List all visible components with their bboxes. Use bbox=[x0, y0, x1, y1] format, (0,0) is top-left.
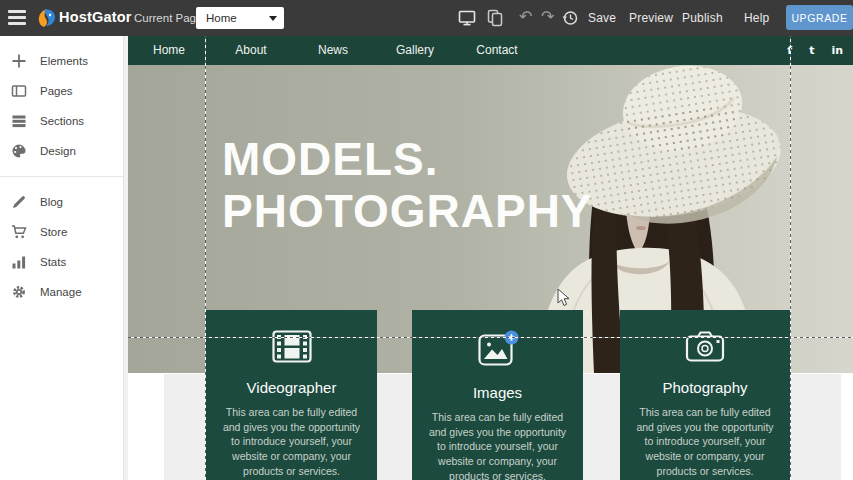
page-select-value: Home bbox=[206, 12, 237, 24]
sidebar-item-pages[interactable]: Pages bbox=[0, 76, 128, 106]
sections-icon bbox=[10, 113, 27, 130]
history-icon[interactable] bbox=[562, 10, 578, 26]
mobile-view-icon[interactable] bbox=[486, 9, 504, 27]
hero-title[interactable]: MODELS. PHOTOGRAPHY bbox=[222, 133, 593, 237]
film-icon bbox=[272, 330, 312, 363]
image-add-icon bbox=[476, 330, 520, 368]
card-title: Videographer bbox=[206, 379, 377, 396]
edit-guide-right bbox=[790, 36, 791, 480]
desktop-view-icon[interactable] bbox=[458, 9, 476, 27]
current-page-label: Current Page: bbox=[134, 12, 206, 24]
sidebar-divider bbox=[0, 176, 128, 177]
cart-icon bbox=[10, 224, 27, 241]
page-icon bbox=[10, 83, 27, 100]
linkedin-icon[interactable]: in bbox=[831, 44, 843, 57]
preview-button[interactable]: Preview bbox=[629, 11, 673, 25]
service-card-photography[interactable]: Photography This area can be fully edite… bbox=[620, 310, 790, 480]
sidebar-item-store[interactable]: Store bbox=[0, 217, 128, 247]
service-card-videographer[interactable]: Videographer This area can be fully edit… bbox=[206, 310, 377, 480]
camera-icon bbox=[683, 330, 727, 363]
section-boundary-guide bbox=[128, 337, 853, 338]
brand-name: HostGator bbox=[59, 9, 132, 25]
site-navbar: Home About News Gallery Contact f t in bbox=[128, 36, 853, 65]
edit-guide-left bbox=[205, 36, 206, 480]
twitter-icon[interactable]: t bbox=[809, 44, 814, 57]
undo-icon[interactable]: ↶ bbox=[519, 7, 532, 26]
nav-item-news[interactable]: News bbox=[292, 36, 374, 65]
sidebar-scrollbar[interactable] bbox=[123, 36, 128, 480]
sidebar-item-elements[interactable]: Elements bbox=[0, 46, 128, 76]
menu-icon[interactable] bbox=[8, 10, 26, 26]
hostgator-logo-icon bbox=[36, 7, 56, 29]
sidebar-item-sections[interactable]: Sections bbox=[0, 106, 128, 136]
hero-title-line2: PHOTOGRAPHY bbox=[222, 185, 593, 237]
top-toolbar: HostGator Current Page: Home ↶ ↷ Save Pr… bbox=[0, 0, 853, 36]
card-body: This area can be fully edited and gives … bbox=[633, 405, 777, 478]
hostgator-site-builder: HostGator Current Page: Home ↶ ↷ Save Pr… bbox=[0, 0, 853, 480]
sidebar-item-design[interactable]: Design bbox=[0, 136, 128, 166]
bar-chart-icon bbox=[10, 254, 27, 271]
service-card-images[interactable]: Images This area can be fully edited and… bbox=[412, 310, 583, 480]
save-button[interactable]: Save bbox=[588, 11, 616, 25]
card-body: This area can be fully edited and gives … bbox=[425, 410, 570, 480]
publish-button[interactable]: Publish bbox=[682, 11, 723, 25]
sidebar-item-stats[interactable]: Stats bbox=[0, 247, 128, 277]
help-button[interactable]: Help bbox=[744, 11, 769, 25]
hero-title-line1: MODELS. bbox=[222, 133, 593, 185]
gear-icon bbox=[10, 284, 27, 301]
nav-item-about[interactable]: About bbox=[210, 36, 292, 65]
pencil-icon bbox=[10, 194, 27, 211]
mouse-cursor bbox=[557, 288, 570, 307]
card-title: Images bbox=[412, 384, 583, 401]
editor-sidebar: Elements Pages Sections Design bbox=[0, 36, 128, 480]
chevron-down-icon bbox=[269, 16, 277, 21]
card-body: This area can be fully edited and gives … bbox=[219, 405, 364, 478]
page-select-dropdown[interactable]: Home bbox=[196, 7, 284, 29]
nav-item-gallery[interactable]: Gallery bbox=[374, 36, 456, 65]
palette-icon bbox=[10, 143, 27, 160]
plus-icon bbox=[10, 53, 27, 70]
site-canvas: Home About News Gallery Contact f t in bbox=[128, 36, 853, 480]
sidebar-item-blog[interactable]: Blog bbox=[0, 187, 128, 217]
nav-item-home[interactable]: Home bbox=[128, 36, 210, 65]
nav-item-contact[interactable]: Contact bbox=[456, 36, 538, 65]
card-title: Photography bbox=[620, 379, 790, 396]
redo-icon[interactable]: ↷ bbox=[541, 7, 554, 26]
upgrade-button[interactable]: UPGRADE bbox=[786, 5, 853, 30]
sidebar-item-manage[interactable]: Manage bbox=[0, 277, 128, 307]
social-links: f t in bbox=[787, 36, 853, 65]
